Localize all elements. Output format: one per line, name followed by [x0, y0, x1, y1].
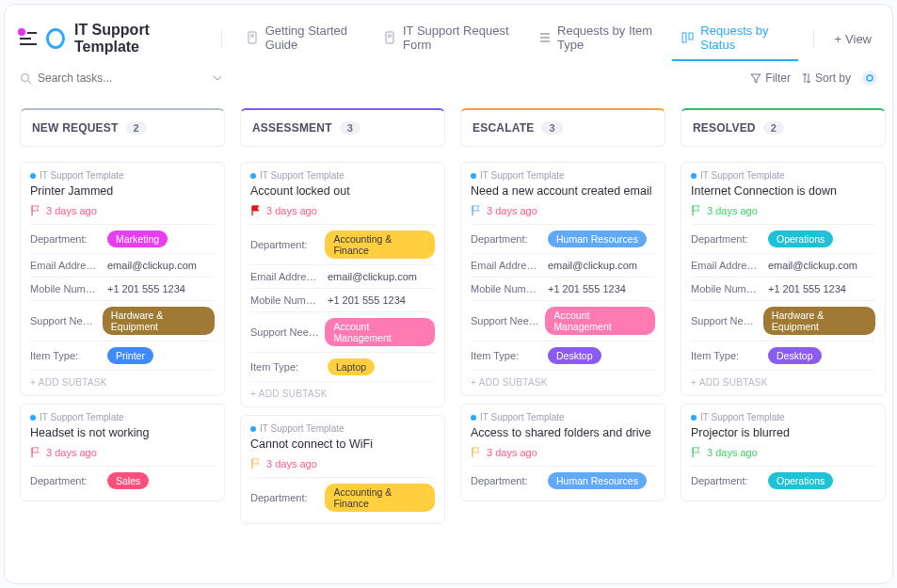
- field-department-label: Department:: [691, 475, 762, 486]
- task-card[interactable]: IT Support Template Projector is blurred…: [681, 404, 886, 501]
- column-name: ESCALATE: [473, 121, 534, 135]
- svg-rect-0: [248, 32, 256, 43]
- flag-icon[interactable]: [30, 447, 40, 458]
- search-input[interactable]: [38, 72, 169, 85]
- field-itemtype-label: Item Type:: [691, 350, 762, 361]
- tab-by-item-type[interactable]: Requests by Item Type: [529, 16, 670, 61]
- field-department-label: Department:: [250, 239, 319, 250]
- task-title: Cannot connect to WiFi: [250, 437, 435, 451]
- field-department-label: Department:: [471, 475, 542, 486]
- task-card[interactable]: IT Support Template Printer Jammed 3 day…: [20, 162, 225, 396]
- svg-rect-1: [386, 32, 393, 43]
- field-mobile-label: Mobile Num…: [691, 283, 762, 294]
- menu-icon[interactable]: [20, 32, 37, 45]
- column-name: NEW REQUEST: [32, 121, 119, 135]
- task-card[interactable]: IT Support Template Need a new account c…: [460, 162, 665, 396]
- column-count: 2: [126, 121, 147, 135]
- task-age: 3 days ago: [487, 205, 537, 216]
- column-header[interactable]: RESOLVED2: [681, 108, 886, 147]
- task-title: Headset is not working: [30, 426, 215, 439]
- list-icon: [538, 31, 552, 44]
- status-settings-icon[interactable]: [862, 71, 877, 86]
- svg-point-5: [867, 75, 873, 81]
- column-count: 3: [340, 121, 360, 135]
- flag-icon[interactable]: [250, 205, 261, 216]
- flag-icon[interactable]: [471, 205, 481, 216]
- flag-icon[interactable]: [691, 447, 701, 458]
- project-label: IT Support Template: [691, 170, 875, 181]
- plus-icon: +: [834, 32, 841, 46]
- task-card[interactable]: IT Support Template Account locked out 3…: [240, 162, 445, 407]
- task-age: 3 days ago: [266, 205, 317, 216]
- task-title: Need a new account created email: [471, 184, 655, 198]
- column-header[interactable]: NEW REQUEST2: [20, 108, 225, 147]
- add-subtask-button[interactable]: + ADD SUBTASK: [30, 370, 215, 389]
- project-label: IT Support Template: [691, 412, 875, 422]
- task-title: Account locked out: [250, 184, 435, 198]
- column-header[interactable]: ESCALATE3: [460, 108, 665, 147]
- field-department-label: Department:: [30, 233, 102, 245]
- project-label: IT Support Template: [250, 423, 435, 434]
- task-title: Printer Jammed: [30, 184, 215, 198]
- page-title: IT Support Template: [74, 22, 200, 56]
- form-icon: [384, 31, 397, 44]
- task-age: 3 days ago: [707, 205, 758, 216]
- toolbar: Filter Sort by: [20, 63, 877, 93]
- flag-icon[interactable]: [250, 458, 261, 469]
- add-view-button[interactable]: + View: [828, 24, 877, 54]
- svg-point-4: [22, 73, 29, 81]
- add-subtask-button[interactable]: + ADD SUBTASK: [471, 370, 655, 389]
- topbar: IT Support Template Getting Started Guid…: [20, 18, 877, 59]
- flag-icon[interactable]: [471, 447, 481, 458]
- tab-getting-started[interactable]: Getting Started Guide: [237, 16, 373, 61]
- sort-button[interactable]: Sort by: [802, 72, 851, 85]
- column-header[interactable]: ASSESSMENT3: [240, 108, 445, 147]
- flag-icon[interactable]: [30, 205, 40, 216]
- task-title: Access to shared folders and drive: [471, 426, 655, 439]
- field-support-label: Support Nee…: [250, 326, 319, 338]
- field-department-label: Department:: [471, 233, 542, 245]
- tab-by-status[interactable]: Requests by Status: [672, 16, 797, 61]
- project-label: IT Support Template: [30, 412, 215, 422]
- field-support-label: Support Nee…: [471, 315, 539, 326]
- add-subtask-button[interactable]: + ADD SUBTASK: [691, 370, 875, 389]
- field-itemtype-label: Item Type:: [30, 350, 102, 361]
- task-card[interactable]: IT Support Template Internet Connection …: [681, 162, 886, 396]
- tab-request-form[interactable]: IT Support Request Form: [375, 16, 527, 61]
- task-age: 3 days ago: [266, 458, 317, 469]
- app-frame: IT Support Template Getting Started Guid…: [4, 4, 893, 584]
- project-label: IT Support Template: [471, 170, 655, 181]
- field-email-label: Email Addre…: [471, 260, 542, 271]
- add-subtask-button[interactable]: + ADD SUBTASK: [250, 381, 435, 401]
- task-card[interactable]: IT Support Template Cannot connect to Wi…: [240, 415, 445, 524]
- project-label: IT Support Template: [250, 170, 435, 181]
- task-card[interactable]: IT Support Template Access to shared fol…: [460, 404, 665, 501]
- column-name: ASSESSMENT: [252, 121, 332, 135]
- field-itemtype-label: Item Type:: [250, 361, 322, 373]
- kanban-board: NEW REQUEST2 IT Support Template Printer…: [20, 108, 877, 524]
- space-logo-icon: [46, 28, 65, 49]
- field-mobile-value: +1 201 555 1234: [768, 283, 875, 294]
- chevron-down-icon[interactable]: [213, 75, 222, 81]
- field-itemtype-label: Item Type:: [471, 350, 542, 361]
- field-support-label: Support Nee…: [30, 315, 97, 326]
- doc-icon: [247, 31, 260, 44]
- task-title: Internet Connection is down: [691, 184, 875, 198]
- flag-icon[interactable]: [691, 205, 701, 216]
- field-mobile-label: Mobile Num…: [471, 283, 542, 294]
- field-email-value: email@clickup.com: [768, 260, 875, 271]
- column-name: RESOLVED: [693, 121, 756, 135]
- task-age: 3 days ago: [707, 447, 758, 458]
- task-age: 3 days ago: [46, 447, 97, 458]
- column-count: 2: [763, 121, 784, 135]
- svg-rect-2: [682, 33, 686, 42]
- field-email-value: email@clickup.com: [107, 260, 215, 271]
- search-icon: [20, 72, 32, 85]
- field-support-label: Support Nee…: [691, 315, 758, 326]
- task-card[interactable]: IT Support Template Headset is not worki…: [20, 404, 225, 501]
- filter-button[interactable]: Filter: [750, 72, 791, 85]
- field-mobile-label: Mobile Num…: [250, 294, 322, 306]
- field-department-label: Department:: [250, 492, 319, 503]
- view-tabs: Getting Started Guide IT Support Request…: [237, 16, 798, 61]
- field-email-value: email@clickup.com: [548, 260, 655, 271]
